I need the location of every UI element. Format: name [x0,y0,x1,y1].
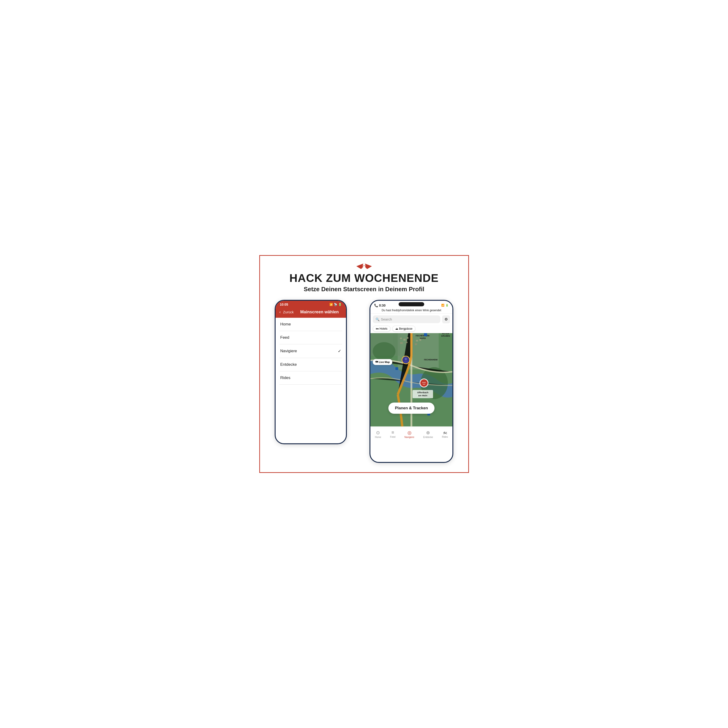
nav-home-label: Home [375,436,381,439]
search-placeholder: Search [381,317,392,321]
call-time: 📞 0:30 [374,304,385,307]
svg-point-26 [405,358,407,360]
live-map-icon: 🗺 [375,361,378,363]
search-area: 🔍 Search ⚙ [370,314,453,325]
status-icons-2: 📶 🔋 [441,304,449,307]
avatar-icon-2 [421,380,427,386]
back-arrow-icon: ‹ [279,310,281,315]
menu-label-rides: Rides [280,376,290,380]
svg-rect-10 [400,342,403,344]
battery-icon-2: 🔋 [445,304,449,307]
svg-rect-12 [415,343,417,345]
screen-title: Mainscreen wählen [300,310,339,315]
nav-feed-icon: ≡ [392,430,394,435]
battery-icon: 🔋 [338,303,342,306]
svg-rect-23 [424,333,427,336]
svg-text:NORD: NORD [420,337,426,340]
phone-2: 📞 0:30 📶 🔋 Du hast freddyfromridelink ei… [370,300,453,463]
svg-text:am Main: am Main [418,394,427,397]
map-avatar-1 [402,356,410,364]
svg-point-4 [373,342,396,360]
nav-rides-icon: 🏍 [443,430,447,435]
gear-button[interactable]: ⚙ [442,315,450,323]
svg-rect-5 [400,338,402,339]
svg-text:GRABEN: GRABEN [441,335,450,337]
outer-container: HACK ZUM WOCHENENDE Setze Deinen Startsc… [259,255,469,473]
search-box[interactable]: 🔍 Search [373,315,440,323]
time-display: 10:05 [280,303,288,306]
checkmark-icon: ✓ [338,349,341,353]
nav-entdecke-icon: ⊕ [426,430,430,435]
nav-item-entdecke[interactable]: ⊕ Entdecke [423,430,433,439]
nav-item-home[interactable]: ⊙ Home [375,430,381,439]
menu-label-home: Home [280,322,291,327]
nav-navigiere-label: Navigiere [404,436,414,439]
plan-track-button[interactable]: Planen & Tracken [388,402,434,414]
nav-home-icon: ⊙ [376,430,380,435]
nav-item-navigiere[interactable]: ◎ Navigiere [404,430,414,439]
wings-logo [355,263,373,270]
menu-item-entdecke[interactable]: Entdecke [279,358,342,371]
bergpasse-pill[interactable]: ⛰ Bergpässe [392,326,415,332]
search-icon: 🔍 [376,318,379,321]
hotels-icon: 🛏 [376,327,379,330]
nav-feed-label: Feed [390,436,396,438]
svg-rect-8 [416,340,418,341]
category-pills: 🛏 Hotels ⛰ Bergpässe [370,325,453,333]
nav-item-rides[interactable]: 🏍 Rides [442,430,448,438]
svg-rect-11 [406,342,408,343]
menu-label-entdecke: Entdecke [280,362,297,367]
phone-1: 10:05 📶 📡 🔋 ‹ Zurück Mainscreen wählen H… [275,300,347,444]
nav-rides-label: Rides [442,436,448,438]
hotels-label: Hotels [379,327,387,330]
menu-label-navigiere: Navigiere [280,349,297,353]
sub-title: Setze Deinen Startscreen in Deinem Profi… [267,286,461,293]
live-map-button[interactable]: 🗺 Live Map [373,359,392,365]
signal-icon: 📶 [329,303,333,306]
svg-text:FECHENHEIM-: FECHENHEIM- [416,335,430,337]
main-title: HACK ZUM WOCHENENDE [267,272,461,284]
svg-rect-6 [404,339,406,341]
bergpasse-icon: ⛰ [395,327,398,330]
svg-rect-24 [396,367,398,370]
svg-point-29 [422,382,424,383]
nav-header: ‹ Zurück Mainscreen wählen [275,308,346,318]
notification-text: Du hast freddyfromridelink einen Wink ge… [382,309,441,312]
menu-item-rides[interactable]: Rides [279,371,342,385]
header-section: HACK ZUM WOCHENENDE Setze Deinen Startsc… [267,272,461,293]
nav-navigiere-icon: ◎ [407,430,411,435]
menu-item-navigiere[interactable]: Navigiere ✓ [279,344,342,358]
svg-point-28 [421,380,427,386]
search-pills-overlay: 🔍 Search ⚙ 🛏 Hotels ⛰ Bergpässe [370,314,453,333]
svg-rect-7 [407,337,408,339]
notification-bar: Du hast freddyfromridelink einen Wink ge… [370,308,453,314]
phones-container: 10:05 📶 📡 🔋 ‹ Zurück Mainscreen wählen H… [267,300,461,463]
back-label[interactable]: Zurück [283,310,294,314]
status-bar-1: 10:05 📶 📡 🔋 [275,301,346,308]
bottom-nav: ⊙ Home ≡ Feed ◎ Navigiere ⊕ Entdecke 🏍 [370,428,453,441]
plan-track-label: Planen & Tracken [395,406,428,410]
avatar-icon-1 [403,357,408,363]
svg-point-30 [424,382,425,383]
status-bar-2: 📞 0:30 📶 🔋 [370,301,453,308]
logo-area [267,263,461,270]
svg-text:FECHENHEIM: FECHENHEIM [424,358,437,361]
live-map-label: Live Map [379,361,390,363]
status-icons: 📶 📡 🔋 [329,303,342,306]
menu-list: Home Feed Navigiere ✓ Entdecke Rides [275,318,346,385]
wifi-icon-2: 📶 [441,304,445,307]
nav-entdecke-label: Entdecke [423,436,433,439]
map-area[interactable]: 461 Offenbach am Main FECHENHEIM- NORD F… [370,314,453,428]
hotels-pill[interactable]: 🛏 Hotels [373,326,390,332]
svg-point-27 [404,361,408,363]
wifi-icon: 📡 [334,303,337,306]
menu-item-home[interactable]: Home [279,318,342,331]
menu-label-feed: Feed [280,335,289,340]
nav-item-feed[interactable]: ≡ Feed [390,430,396,438]
bergpasse-label: Bergpässe [399,327,412,330]
svg-text:Offenbach: Offenbach [417,391,428,394]
menu-item-feed[interactable]: Feed [279,331,342,344]
